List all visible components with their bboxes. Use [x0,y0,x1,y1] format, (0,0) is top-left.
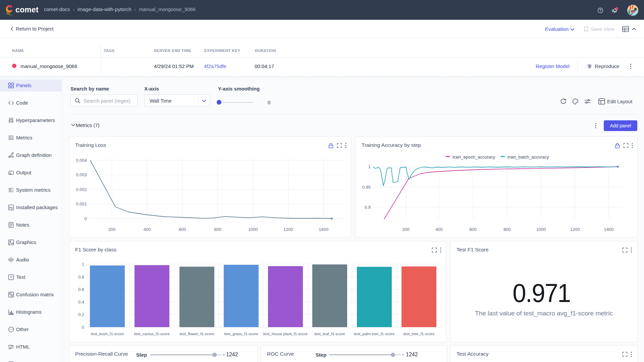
svg-text:0.2: 0.2 [78,312,84,317]
svg-text:HTML: HTML [8,345,14,347]
svg-text:600: 600 [469,227,477,232]
svg-text:800: 800 [214,227,221,232]
svg-text:0.9: 0.9 [365,205,371,210]
svg-text:1200: 1200 [570,227,580,232]
svg-text:1000: 1000 [536,227,546,232]
svg-text:400: 400 [435,227,443,232]
svg-text:test_house plant_f1-score: test_house plant_f1-score [263,332,308,336]
svg-text:Py: Py [9,206,13,209]
svg-text:test_bush_f1-score: test_bush_f1-score [91,332,124,336]
svg-text:0.002: 0.002 [76,187,87,192]
svg-text:1: 1 [82,262,84,267]
svg-text:test_cactus_f1-score: test_cactus_f1-score [134,332,170,336]
svg-text:0.001: 0.001 [76,201,87,206]
svg-text:0: 0 [85,216,87,221]
svg-text:800: 800 [503,227,511,232]
svg-text:1000: 1000 [248,227,258,232]
svg-text:0.8: 0.8 [78,275,84,280]
svg-text:1400: 1400 [604,227,614,232]
svg-text:1400: 1400 [319,227,328,232]
svg-text:200: 200 [402,227,410,232]
svg-text:0.95: 0.95 [362,185,371,190]
svg-text:Tt: Tt [10,276,12,279]
svg-text:0.4: 0.4 [78,300,84,305]
svg-text:600: 600 [179,227,186,232]
svg-text:400: 400 [144,227,151,232]
svg-text:train_batch_accuracy: train_batch_accuracy [507,155,549,160]
svg-text:test_leaf_f1-score: test_leaf_f1-score [314,332,345,336]
svg-text:test_tree_f1-score: test_tree_f1-score [404,332,435,336]
svg-text:train_epoch_accuracy: train_epoch_accuracy [452,155,495,160]
svg-text:test_palm tree_f1-score: test_palm tree_f1-score [354,332,395,336]
svg-text:1200: 1200 [283,227,293,232]
svg-text:1: 1 [368,164,371,169]
svg-text:0.004: 0.004 [76,158,87,163]
svg-text:test_grass_f1-score: test_grass_f1-score [224,332,258,336]
svg-text:0.6: 0.6 [78,287,84,292]
svg-text:0: 0 [82,325,84,330]
svg-text:test_flower_f1-score: test_flower_f1-score [179,332,214,336]
svg-text:200: 200 [108,227,116,232]
svg-text:0.003: 0.003 [76,172,87,177]
